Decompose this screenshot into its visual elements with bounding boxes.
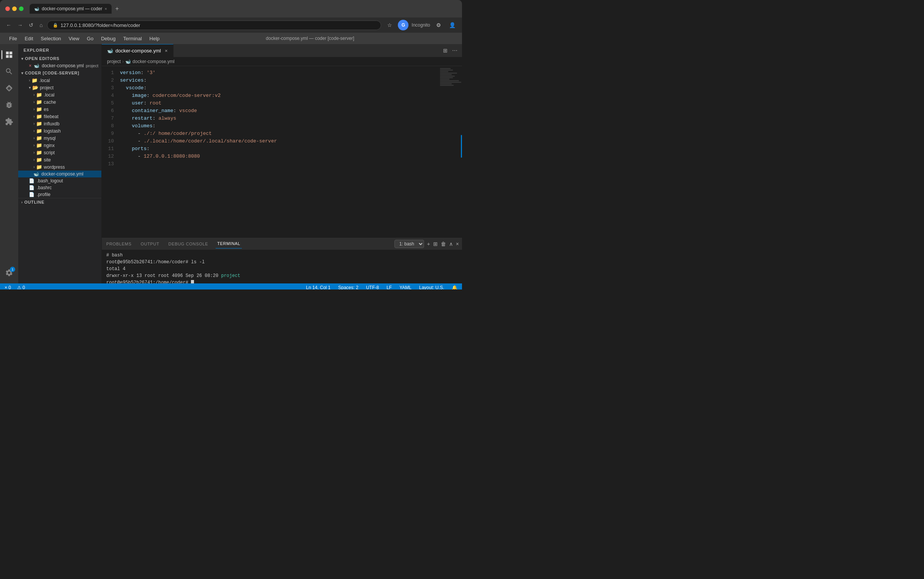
address-bar[interactable]: 🔒 127.0.0.1:8080/?folder=/home/coder [47, 21, 381, 30]
statusbar-cursor-position[interactable]: Ln 14, Col 1 [305, 285, 332, 290]
tree-folder-filebeat[interactable]: › 📁 filebeat [18, 113, 101, 120]
new-tab-button[interactable]: + [113, 5, 121, 13]
kill-terminal-button[interactable]: 🗑 [441, 241, 446, 247]
editor-tab-bar: 🐋 docker-compose.yml × ⊞ ⋯ [102, 44, 462, 57]
chevron-right-icon-2: › [33, 93, 34, 97]
panel-tab-problems[interactable]: PROBLEMS [105, 239, 133, 249]
chevron-right-icon: › [29, 78, 30, 82]
code-area[interactable]: version: '3' services: vscode: image: co… [117, 66, 439, 238]
statusbar-line-ending[interactable]: LF [385, 285, 393, 290]
tree-folder-cache[interactable]: › 📁 cache [18, 98, 101, 106]
reload-button[interactable]: ↺ [27, 21, 35, 29]
file-icon-2: 📄 [29, 185, 34, 190]
tree-folder-local2[interactable]: › 📁 .local [18, 91, 101, 98]
more-actions-button[interactable]: ⋯ [451, 47, 459, 54]
activity-search[interactable] [2, 64, 17, 79]
tree-file-profile[interactable]: 📄 .profile [18, 191, 101, 198]
statusbar-layout[interactable]: Layout: U.S. [417, 285, 446, 290]
activity-extensions[interactable] [2, 114, 17, 129]
maximize-panel-button[interactable]: ∧ [449, 241, 453, 247]
chevron-right-icon-12: › [33, 165, 34, 169]
editor-tab-close[interactable]: × [165, 48, 168, 54]
folder-es: es [44, 107, 49, 112]
minimize-button[interactable] [12, 7, 17, 11]
tree-file-bashrc[interactable]: 📄 .bashrc [18, 184, 101, 191]
open-editors-header[interactable]: ▾ OPEN EDITORS [18, 55, 101, 62]
folder-logstash: logstash [44, 128, 61, 134]
close-button[interactable] [5, 7, 10, 11]
chevron-right-icon-5: › [33, 114, 34, 119]
statusbar-language[interactable]: YAML [398, 285, 413, 290]
tree-folder-influxdb[interactable]: › 📁 influxdb [18, 120, 101, 127]
open-editor-file[interactable]: × 🐋 docker-compose.yml project [18, 62, 101, 69]
tree-folder-project[interactable]: ▾ 📂 project [18, 84, 101, 91]
terminal-line-2: root@e95b52b26741:/home/coder# ls -l [106, 259, 458, 265]
folder-icon-6: 📁 [36, 121, 42, 126]
editor-tab-name: docker-compose.yml [116, 48, 161, 54]
statusbar-spaces[interactable]: Spaces: 2 [337, 285, 360, 290]
vscode-window: File Edit Selection View Go Debug Termin… [0, 33, 462, 290]
breadcrumb-file[interactable]: docker-compose.yml [132, 59, 174, 64]
activity-explorer[interactable] [2, 47, 17, 62]
tree-file-docker-compose[interactable]: 🐋 docker-compose.yml [18, 170, 101, 177]
menu-file[interactable]: File [6, 34, 20, 43]
menubar: File Edit Selection View Go Debug Termin… [0, 33, 462, 44]
home-button[interactable]: ⌂ [38, 21, 44, 29]
bookmark-button[interactable]: ☆ [384, 20, 395, 30]
tab-bar: 🐋 docker-compose.yml — coder × + [29, 4, 457, 14]
terminal-content[interactable]: # bash root@e95b52b26741:/home/coder# ls… [102, 250, 462, 283]
menu-view[interactable]: View [66, 34, 82, 43]
new-terminal-button[interactable]: + [427, 241, 430, 247]
forward-button[interactable]: → [16, 21, 24, 29]
file-icon: 📄 [29, 178, 34, 183]
panel-tab-output[interactable]: OUTPUT [139, 239, 161, 249]
breadcrumb-root[interactable]: project [107, 59, 121, 64]
split-editor-button[interactable]: ⊞ [442, 47, 449, 54]
yaml-file-icon: 🐋 [34, 63, 39, 69]
tree-folder-nginx[interactable]: › 📁 nginx [18, 142, 101, 149]
tree-file-bash-logout[interactable]: 📄 .bash_logout [18, 177, 101, 184]
split-terminal-button[interactable]: ⊞ [433, 241, 438, 247]
fullscreen-button[interactable] [19, 7, 24, 11]
folder-icon-10: 📁 [36, 150, 42, 155]
panel-tab-debug-console[interactable]: DEBUG CONSOLE [167, 239, 210, 249]
file-bash-logout: .bash_logout [37, 178, 63, 183]
activity-settings[interactable]: 1 [2, 265, 17, 280]
menu-edit[interactable]: Edit [22, 34, 36, 43]
google-account-button[interactable]: G [398, 20, 409, 30]
outline-header[interactable]: › OUTLINE [18, 198, 101, 206]
statusbar-encoding[interactable]: UTF-8 [365, 285, 380, 290]
tree-folder-script[interactable]: › 📁 script [18, 149, 101, 156]
terminal-selector[interactable]: 1: bash [394, 240, 424, 248]
tree-folder-mysql[interactable]: › 📁 mysql [18, 134, 101, 142]
folder-influxdb: influxdb [44, 121, 59, 126]
menu-go[interactable]: Go [84, 34, 96, 43]
extensions-button[interactable]: ⚙ [433, 20, 444, 30]
tab-favicon: 🐋 [34, 7, 39, 11]
editor-tab-docker-compose[interactable]: 🐋 docker-compose.yml × [102, 44, 173, 57]
editor-content[interactable]: 1 2 3 4 5 6 7 8 9 10 11 12 13 [102, 66, 462, 238]
tab-close-icon[interactable]: × [104, 7, 107, 11]
menu-selection[interactable]: Selection [37, 34, 64, 43]
tree-folder-logstash[interactable]: › 📁 logstash [18, 127, 101, 134]
browser-tab-active[interactable]: 🐋 docker-compose.yml — coder × [29, 4, 112, 14]
coder-section-header[interactable]: ▾ CODER [CODE-SERVER] [18, 69, 101, 77]
activity-git[interactable] [2, 80, 17, 96]
tree-folder-wordpress[interactable]: › 📁 wordpress [18, 164, 101, 170]
tree-folder-es[interactable]: › 📁 es [18, 106, 101, 113]
menu-terminal[interactable]: Terminal [120, 34, 145, 43]
menu-debug[interactable]: Debug [98, 34, 119, 43]
panel-tab-terminal[interactable]: TERMINAL [216, 239, 242, 249]
activity-debug[interactable] [2, 97, 17, 113]
folder-wordpress: wordpress [44, 165, 65, 170]
menu-help[interactable]: Help [147, 34, 163, 43]
tree-folder-site[interactable]: › 📁 site [18, 156, 101, 164]
close-panel-button[interactable]: × [456, 241, 459, 247]
statusbar-notifications[interactable]: 🔔 [450, 285, 459, 290]
scrollbar[interactable] [461, 135, 462, 158]
statusbar-errors[interactable]: × 0 [3, 285, 13, 290]
tree-folder-local[interactable]: › 📁 .local [18, 77, 101, 84]
back-button[interactable]: ← [5, 21, 13, 29]
profile-button[interactable]: 👤 [447, 20, 458, 30]
statusbar-warnings[interactable]: ⚠ 0 [16, 285, 26, 290]
